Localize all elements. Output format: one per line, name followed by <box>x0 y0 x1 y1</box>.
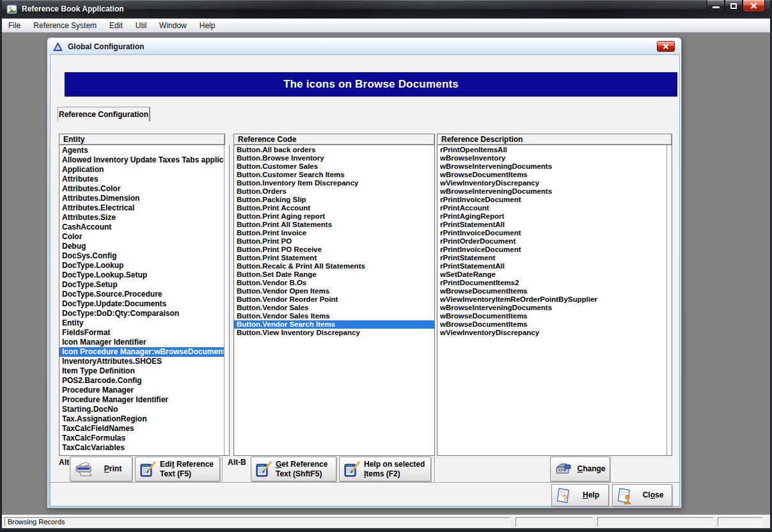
list-item[interactable]: rPrintInvoiceDocument <box>437 196 666 204</box>
menu-window[interactable]: Window <box>153 20 193 31</box>
list-item[interactable]: wBrowseDocumentItems <box>437 320 666 329</box>
list-item[interactable]: Attributes.Electrical <box>59 203 224 213</box>
menu-edit[interactable]: Edit <box>103 20 129 31</box>
help-button[interactable]: ? Help <box>551 484 609 506</box>
list-item[interactable]: Button.Vendor Open Items <box>234 287 434 295</box>
list-item[interactable]: Icon Manager Identifier <box>59 338 224 347</box>
list-item[interactable]: Button.Print PO Receive <box>234 246 434 254</box>
list-item[interactable]: DocType.Lookup.Setup <box>59 270 224 280</box>
list-item[interactable]: Attributes <box>59 175 224 184</box>
list-item[interactable]: DocType.Lookup <box>59 261 224 270</box>
list-item[interactable]: wSetDateRange <box>437 270 666 279</box>
list-item[interactable]: Button.Customer Search Items <box>234 171 434 179</box>
list-item[interactable]: DocType.Source.Procedure <box>59 290 224 299</box>
list-item[interactable]: Button.Orders <box>234 187 434 196</box>
list-item[interactable]: rPrintStatementAll <box>437 262 666 270</box>
list-item[interactable]: Button.Print Invoice <box>234 229 434 237</box>
list-item[interactable]: Button.All back orders <box>234 146 434 154</box>
get-reference-text-button[interactable]: Get Reference Text (ShftF5) <box>251 457 336 481</box>
list-item[interactable]: FieldsFormat <box>59 328 224 338</box>
list-item[interactable]: Button.Vendor Search Items <box>234 320 434 329</box>
list-item[interactable]: wBrowseDocumentItems <box>437 171 666 179</box>
print-button[interactable]: Print <box>70 457 132 481</box>
list-item[interactable]: wViewInventoryDiscrepancy <box>437 329 666 337</box>
list-item[interactable]: Button.Print Account <box>234 204 434 212</box>
list-item[interactable]: Entity <box>59 318 224 328</box>
list-item[interactable]: Attributes.Color <box>59 184 224 194</box>
list-item[interactable]: wBrowseDocumentItems <box>437 312 666 320</box>
list-item[interactable]: Button.Packing Slip <box>234 196 434 204</box>
maximize-button[interactable] <box>725 0 743 12</box>
list-item[interactable]: wBrowseDocumentItems <box>437 287 666 295</box>
list-item[interactable]: Button.Vendor Sales Items <box>234 312 434 320</box>
list-item[interactable]: POS2.Barcode.Config <box>59 376 224 386</box>
list-item[interactable]: Agents <box>59 146 224 155</box>
reference-description-column-header[interactable]: Reference Description <box>437 134 672 145</box>
list-item[interactable]: TaxCalcFormulas <box>59 434 224 443</box>
list-item[interactable]: Button.Print Statement <box>234 254 434 262</box>
list-item[interactable]: Button.Recalc & Print All Statements <box>234 262 434 270</box>
list-item[interactable]: Icon Procedure Manager:wBrowseDocument <box>59 347 224 357</box>
list-item[interactable]: rPrintAccount <box>437 204 666 212</box>
list-item[interactable]: Button.Vendor B.Os <box>234 279 434 287</box>
list-item[interactable]: DocType.Update:Documents <box>59 299 224 309</box>
list-item[interactable]: Starting.DocNo <box>59 405 224 414</box>
reference-code-column-header[interactable]: Reference Code <box>233 134 435 145</box>
list-item[interactable]: rPrintStatementAll <box>437 221 666 229</box>
list-item[interactable]: TaxCalcFieldNames <box>59 424 224 434</box>
list-item[interactable]: rPrintInvoiceDocument <box>437 246 666 254</box>
list-item[interactable]: Allowed Inventory Update Taxes Tabs appl… <box>59 155 224 165</box>
help-on-selected-items-button[interactable]: Help on selected Items (F2) <box>339 457 431 481</box>
list-item[interactable]: InventoryAttributes.SHOES <box>59 357 224 366</box>
change-button[interactable]: Change <box>550 457 610 481</box>
edit-reference-text-button[interactable]: Edit Reference Text (F5) <box>135 457 220 481</box>
list-item[interactable]: Button.Customer Sales <box>234 162 434 171</box>
list-item[interactable]: DocType:DoD:Qty:Comparaison <box>59 309 224 318</box>
dialog-close-button[interactable] <box>657 41 675 52</box>
list-item[interactable]: Button.Vendor Reorder Point <box>234 295 434 304</box>
minimize-button[interactable] <box>707 0 725 12</box>
list-item[interactable]: rPrintOpenItemsAll <box>437 146 666 154</box>
tab-reference-configuration[interactable]: Reference Configuration <box>58 107 150 121</box>
entity-column-header[interactable]: Entity <box>59 134 225 145</box>
list-item[interactable]: TaxCalcVariables <box>59 443 224 453</box>
menu-util[interactable]: Util <box>129 20 153 31</box>
list-item[interactable]: Procedure Manager <box>59 386 224 395</box>
menu-help[interactable]: Help <box>193 20 222 31</box>
list-item[interactable]: wBrowseInventory <box>437 154 666 162</box>
list-item[interactable]: Button.Print PO <box>234 237 434 246</box>
list-item[interactable]: Application <box>59 165 224 175</box>
list-item[interactable]: Button.Print Aging report <box>234 212 434 221</box>
list-item[interactable]: Attributes.Dimension <box>59 194 224 203</box>
entity-scrollbar[interactable] <box>224 145 229 455</box>
list-item[interactable]: Button.Browse Inventory <box>234 154 434 162</box>
list-item[interactable]: Tax.AssignationRegion <box>59 414 224 424</box>
list-item[interactable]: DocSys.Config <box>59 251 224 261</box>
close-dialog-button[interactable]: Close <box>612 484 672 506</box>
list-item[interactable]: DocType.Setup <box>59 280 224 290</box>
description-scrollbar[interactable] <box>666 145 672 455</box>
list-item[interactable]: Debug <box>59 242 224 251</box>
list-item[interactable]: wBrowseInterveningDocuments <box>437 304 666 312</box>
list-item[interactable]: rPrintStatement <box>437 254 666 262</box>
list-item[interactable]: Procedure Manager Identifier <box>59 395 224 405</box>
list-item[interactable]: Button.Inventory Item Discrepancy <box>234 179 434 187</box>
list-item[interactable]: Button.Print All Statements <box>234 221 434 229</box>
list-item[interactable]: rPrintDocumentItems2 <box>437 279 666 287</box>
menu-file[interactable]: File <box>2 20 27 31</box>
list-item[interactable]: wBrowseInterveningDocuments <box>437 187 666 196</box>
list-item[interactable]: Color <box>59 232 224 242</box>
list-item[interactable]: wViewInventoryDiscrepancy <box>437 179 666 187</box>
close-button[interactable] <box>743 0 765 12</box>
list-item[interactable]: rPrintAgingReport <box>437 212 666 221</box>
list-item[interactable]: Item Type Definition <box>59 366 224 376</box>
list-item[interactable]: rPrintInvoiceDocument <box>437 229 666 237</box>
list-item[interactable]: Button.View Inventory Discrepancy <box>234 329 434 337</box>
list-item[interactable]: Button.Set Date Range <box>234 270 434 279</box>
list-item[interactable]: rPrintOrderDocument <box>437 237 666 246</box>
list-item[interactable]: wViewInventoryItemReOrderPointBySupplier <box>437 295 666 304</box>
menu-reference-system[interactable]: Reference System <box>27 20 103 31</box>
list-item[interactable]: Button.Vendor Sales <box>234 304 434 312</box>
list-item[interactable]: CashAccount <box>59 223 224 232</box>
list-item[interactable]: wBrowseInterveningDocuments <box>437 162 666 171</box>
